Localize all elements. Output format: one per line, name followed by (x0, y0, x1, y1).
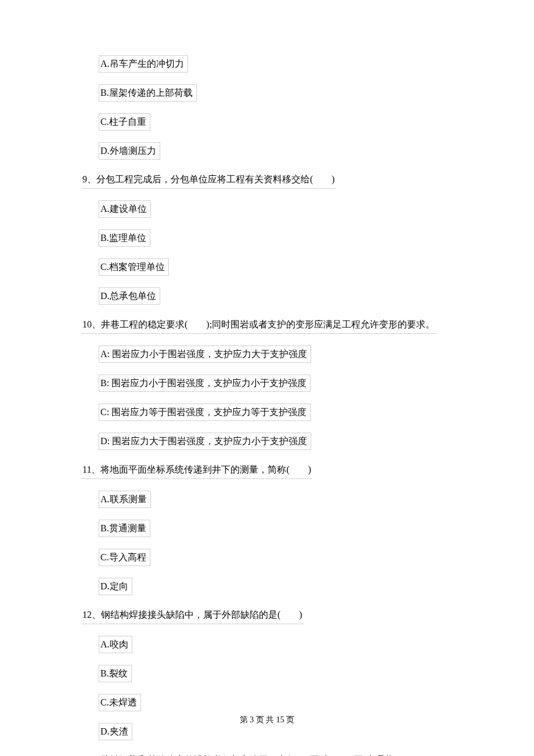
q12-option-c: C.未焊透 (99, 694, 141, 711)
q9-option-c: C.档案管理单位 (99, 258, 169, 276)
q12-option-b: B.裂纹 (99, 665, 132, 682)
q13-text: 13、防治污染和其他公害的设施必须与主体工程实行"三同时"，"三同时"是指( ) (81, 752, 421, 756)
q8-option-a: A.吊车产生的冲切力 (99, 55, 188, 73)
q9-text: 9、分包工程完成后，分包单位应将工程有关资料移交给( ) (81, 171, 336, 189)
q8-option-d: D.外墙测压力 (99, 142, 160, 160)
q11-option-c: C.导入高程 (99, 549, 150, 566)
q9-option-d: D.总承包单位 (99, 287, 160, 305)
q10-text: 10、井巷工程的稳定要求( );同时围岩或者支护的变形应满足工程允许变形的要求。 (81, 316, 436, 334)
q8-option-c: C.柱子自重 (99, 113, 150, 131)
q12-option-a: A.咬肉 (99, 636, 132, 653)
q8-option-b: B.屋架传递的上部荷载 (99, 84, 197, 102)
q9-option-b: B.监理单位 (99, 229, 150, 247)
q10-option-b: B: 围岩应力小于围岩强度，支护应力小于支护强度 (99, 375, 311, 392)
q11-option-b: B.贯通测量 (99, 520, 150, 537)
q10-option-d: D: 围岩应力大于围岩强度，支护应力小于支护强度 (99, 433, 311, 450)
q9-option-a: A.建设单位 (99, 200, 151, 218)
page-footer: 第 3 页 共 15 页 (0, 714, 534, 726)
q11-option-d: D.定向 (99, 578, 132, 595)
q10-option-a: A: 围岩应力小于围岩强度，支护应力大于支护强度 (99, 345, 311, 363)
q10-option-c: C: 围岩应力等于围岩强度，支护应力等于支护强度 (99, 404, 311, 421)
q12-text: 12、钢结构焊接接头缺陷中，属于外部缺陷的是( ) (81, 607, 304, 624)
q11-option-a: A.联系测量 (99, 491, 151, 508)
q11-text: 11、将地面平面坐标系统传递到井下的测量，简称( ) (81, 462, 312, 479)
